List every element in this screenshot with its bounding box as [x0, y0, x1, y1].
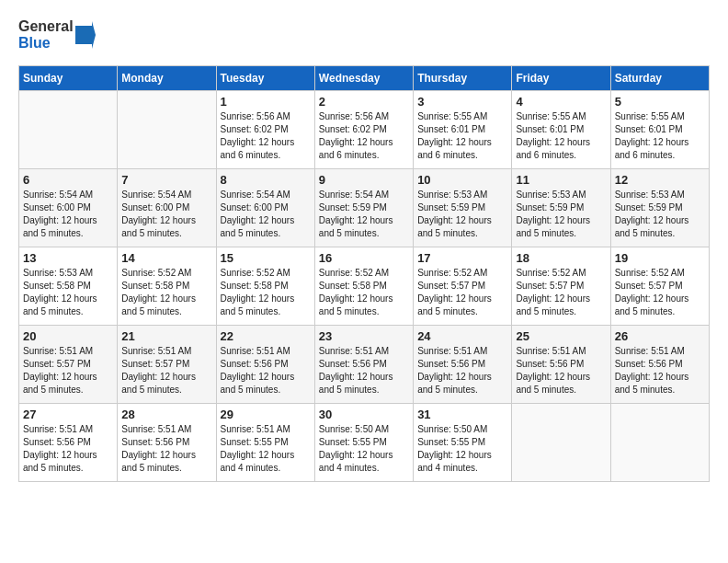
calendar-week-row: 27Sunrise: 5:51 AM Sunset: 5:56 PM Dayli… — [19, 404, 710, 482]
svg-marker-0 — [75, 21, 96, 49]
calendar-day-cell: 27Sunrise: 5:51 AM Sunset: 5:56 PM Dayli… — [19, 404, 118, 482]
calendar-day-cell: 31Sunrise: 5:50 AM Sunset: 5:55 PM Dayli… — [414, 404, 512, 482]
day-number: 20 — [23, 329, 113, 343]
calendar-day-cell: 4Sunrise: 5:55 AM Sunset: 6:01 PM Daylig… — [512, 91, 610, 169]
day-info: Sunrise: 5:56 AM Sunset: 6:02 PM Dayligh… — [221, 110, 311, 162]
day-info: Sunrise: 5:54 AM Sunset: 6:00 PM Dayligh… — [221, 189, 311, 240]
calendar-day-cell: 3Sunrise: 5:55 AM Sunset: 6:01 PM Daylig… — [414, 91, 512, 169]
day-number: 2 — [319, 95, 409, 109]
day-info: Sunrise: 5:52 AM Sunset: 5:58 PM Dayligh… — [221, 267, 311, 318]
day-number: 9 — [319, 173, 409, 187]
day-number: 29 — [221, 408, 311, 421]
day-info: Sunrise: 5:55 AM Sunset: 6:01 PM Dayligh… — [417, 110, 507, 162]
calendar-day-cell: 15Sunrise: 5:52 AM Sunset: 5:58 PM Dayli… — [216, 247, 314, 326]
calendar-day-cell — [118, 91, 216, 169]
day-number: 12 — [615, 173, 705, 187]
day-number: 15 — [221, 251, 311, 265]
calendar-day-cell: 11Sunrise: 5:53 AM Sunset: 5:59 PM Dayli… — [512, 169, 610, 247]
day-number: 28 — [121, 408, 211, 421]
calendar-week-row: 20Sunrise: 5:51 AM Sunset: 5:57 PM Dayli… — [19, 326, 710, 404]
calendar-week-row: 1Sunrise: 5:56 AM Sunset: 6:02 PM Daylig… — [19, 91, 710, 169]
calendar-day-cell: 6Sunrise: 5:54 AM Sunset: 6:00 PM Daylig… — [19, 169, 118, 247]
calendar-day-cell — [610, 404, 709, 482]
day-info: Sunrise: 5:54 AM Sunset: 6:00 PM Dayligh… — [121, 189, 211, 240]
day-number: 14 — [121, 251, 211, 265]
weekday-header: Wednesday — [314, 66, 413, 91]
day-number: 21 — [121, 329, 211, 343]
calendar-day-cell: 25Sunrise: 5:51 AM Sunset: 5:56 PM Dayli… — [512, 326, 610, 404]
day-info: Sunrise: 5:52 AM Sunset: 5:57 PM Dayligh… — [516, 267, 606, 318]
day-info: Sunrise: 5:50 AM Sunset: 5:55 PM Dayligh… — [319, 423, 409, 475]
day-number: 25 — [516, 329, 606, 343]
day-number: 24 — [417, 329, 507, 343]
calendar-body: 1Sunrise: 5:56 AM Sunset: 6:02 PM Daylig… — [19, 91, 710, 482]
day-number: 31 — [417, 408, 507, 421]
day-info: Sunrise: 5:51 AM Sunset: 5:56 PM Dayligh… — [121, 423, 211, 475]
day-info: Sunrise: 5:53 AM Sunset: 5:59 PM Dayligh… — [417, 189, 507, 240]
day-number: 30 — [319, 408, 409, 421]
calendar-day-cell — [19, 91, 118, 169]
day-info: Sunrise: 5:53 AM Sunset: 5:59 PM Dayligh… — [615, 189, 705, 240]
calendar-day-cell: 29Sunrise: 5:51 AM Sunset: 5:55 PM Dayli… — [216, 404, 314, 482]
day-number: 1 — [221, 95, 311, 109]
logo-general-text: General — [18, 18, 74, 35]
day-info: Sunrise: 5:56 AM Sunset: 6:02 PM Dayligh… — [319, 110, 409, 162]
day-info: Sunrise: 5:51 AM Sunset: 5:57 PM Dayligh… — [23, 345, 113, 396]
calendar-week-row: 13Sunrise: 5:53 AM Sunset: 5:58 PM Dayli… — [19, 247, 710, 326]
day-number: 11 — [516, 173, 606, 187]
calendar-day-cell: 12Sunrise: 5:53 AM Sunset: 5:59 PM Dayli… — [610, 169, 709, 247]
day-info: Sunrise: 5:50 AM Sunset: 5:55 PM Dayligh… — [417, 423, 507, 475]
weekday-header: Friday — [512, 66, 610, 91]
day-info: Sunrise: 5:51 AM Sunset: 5:56 PM Dayligh… — [615, 345, 705, 396]
calendar-day-cell: 18Sunrise: 5:52 AM Sunset: 5:57 PM Dayli… — [512, 247, 610, 326]
calendar-day-cell: 22Sunrise: 5:51 AM Sunset: 5:56 PM Dayli… — [216, 326, 314, 404]
logo-arrow-icon — [75, 21, 96, 49]
day-info: Sunrise: 5:51 AM Sunset: 5:57 PM Dayligh… — [121, 345, 211, 396]
day-number: 18 — [516, 251, 606, 265]
day-number: 8 — [221, 173, 311, 187]
day-info: Sunrise: 5:53 AM Sunset: 5:59 PM Dayligh… — [516, 189, 606, 240]
calendar-day-cell: 19Sunrise: 5:52 AM Sunset: 5:57 PM Dayli… — [610, 247, 709, 326]
day-info: Sunrise: 5:55 AM Sunset: 6:01 PM Dayligh… — [615, 110, 705, 162]
calendar-day-cell: 21Sunrise: 5:51 AM Sunset: 5:57 PM Dayli… — [118, 326, 216, 404]
logo: General Blue — [18, 18, 96, 51]
day-info: Sunrise: 5:51 AM Sunset: 5:56 PM Dayligh… — [23, 423, 113, 475]
calendar-day-cell: 10Sunrise: 5:53 AM Sunset: 5:59 PM Dayli… — [414, 169, 512, 247]
day-number: 13 — [23, 251, 113, 265]
weekday-header: Thursday — [414, 66, 512, 91]
day-info: Sunrise: 5:51 AM Sunset: 5:55 PM Dayligh… — [221, 423, 311, 475]
calendar-day-cell: 23Sunrise: 5:51 AM Sunset: 5:56 PM Dayli… — [314, 326, 413, 404]
day-number: 5 — [615, 95, 705, 109]
day-number: 10 — [417, 173, 507, 187]
day-info: Sunrise: 5:51 AM Sunset: 5:56 PM Dayligh… — [516, 345, 606, 396]
day-number: 16 — [319, 251, 409, 265]
calendar-day-cell: 26Sunrise: 5:51 AM Sunset: 5:56 PM Dayli… — [610, 326, 709, 404]
calendar-day-cell: 28Sunrise: 5:51 AM Sunset: 5:56 PM Dayli… — [118, 404, 216, 482]
calendar-day-cell: 24Sunrise: 5:51 AM Sunset: 5:56 PM Dayli… — [414, 326, 512, 404]
day-info: Sunrise: 5:54 AM Sunset: 5:59 PM Dayligh… — [319, 189, 409, 240]
calendar-day-cell: 7Sunrise: 5:54 AM Sunset: 6:00 PM Daylig… — [118, 169, 216, 247]
day-number: 23 — [319, 329, 409, 343]
calendar-week-row: 6Sunrise: 5:54 AM Sunset: 6:00 PM Daylig… — [19, 169, 710, 247]
day-info: Sunrise: 5:51 AM Sunset: 5:56 PM Dayligh… — [319, 345, 409, 396]
calendar-day-cell: 8Sunrise: 5:54 AM Sunset: 6:00 PM Daylig… — [216, 169, 314, 247]
day-info: Sunrise: 5:51 AM Sunset: 5:56 PM Dayligh… — [417, 345, 507, 396]
weekday-header: Sunday — [19, 66, 118, 91]
calendar-day-cell: 5Sunrise: 5:55 AM Sunset: 6:01 PM Daylig… — [610, 91, 709, 169]
calendar-day-cell: 13Sunrise: 5:53 AM Sunset: 5:58 PM Dayli… — [19, 247, 118, 326]
calendar-day-cell: 14Sunrise: 5:52 AM Sunset: 5:58 PM Dayli… — [118, 247, 216, 326]
calendar-day-cell: 16Sunrise: 5:52 AM Sunset: 5:58 PM Dayli… — [314, 247, 413, 326]
logo-blue-text: Blue — [18, 35, 74, 52]
calendar-day-cell: 20Sunrise: 5:51 AM Sunset: 5:57 PM Dayli… — [19, 326, 118, 404]
page-header: General Blue — [18, 18, 710, 51]
weekday-header: Tuesday — [216, 66, 314, 91]
calendar-day-cell: 1Sunrise: 5:56 AM Sunset: 6:02 PM Daylig… — [216, 91, 314, 169]
day-number: 17 — [417, 251, 507, 265]
day-info: Sunrise: 5:55 AM Sunset: 6:01 PM Dayligh… — [516, 110, 606, 162]
calendar-day-cell: 2Sunrise: 5:56 AM Sunset: 6:02 PM Daylig… — [314, 91, 413, 169]
day-number: 26 — [615, 329, 705, 343]
calendar-table: SundayMondayTuesdayWednesdayThursdayFrid… — [18, 65, 710, 482]
calendar-day-cell: 9Sunrise: 5:54 AM Sunset: 5:59 PM Daylig… — [314, 169, 413, 247]
day-number: 4 — [516, 95, 606, 109]
day-info: Sunrise: 5:52 AM Sunset: 5:58 PM Dayligh… — [319, 267, 409, 318]
